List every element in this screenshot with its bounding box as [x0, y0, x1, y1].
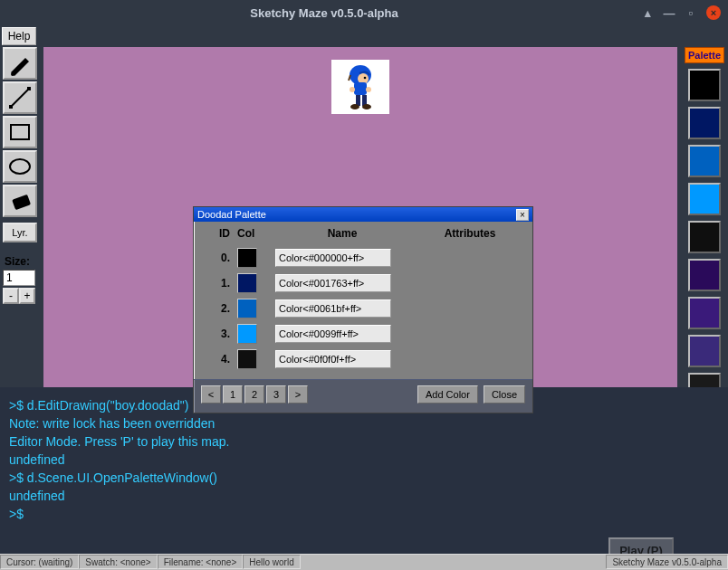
status-swatch: Swatch: <none> — [79, 555, 157, 569]
row-color-swatch[interactable] — [237, 349, 257, 369]
row-name-input[interactable] — [275, 325, 391, 343]
status-bar: Cursor: (waiting) Swatch: <none> Filenam… — [0, 554, 728, 570]
add-color-button[interactable]: Add Color — [417, 385, 478, 404]
dialog-column-headers: ID Col Name Attributes — [201, 227, 525, 245]
palette-row: 3. — [201, 321, 525, 347]
dialog-title-text: Doodad Palette — [197, 209, 516, 220]
row-name-input[interactable] — [275, 350, 391, 368]
maximize-icon[interactable]: ▫ — [685, 6, 697, 19]
col-attr-header: Attributes — [415, 227, 525, 240]
row-id: 4. — [201, 353, 237, 366]
svg-rect-10 — [354, 82, 367, 95]
window-titlebar: Sketchy Maze v0.5.0-alpha ▴ — ▫ × — [0, 0, 728, 25]
row-name-input[interactable] — [275, 274, 391, 292]
palette-swatch-1[interactable] — [688, 107, 721, 139]
svg-point-5 — [10, 159, 30, 174]
row-name-input[interactable] — [275, 249, 391, 267]
palette-row: 2. — [201, 296, 525, 321]
palette-swatch-3[interactable] — [688, 183, 721, 215]
palette-row: 1. — [201, 271, 525, 296]
col-color-header: Col — [237, 227, 270, 240]
svg-point-14 — [362, 104, 371, 109]
row-id: 0. — [201, 252, 237, 264]
pager-1[interactable]: 1 — [223, 385, 243, 404]
palette-swatch-5[interactable] — [688, 259, 721, 291]
row-id: 2. — [201, 302, 237, 315]
window-title: Sketchy Maze v0.5.0-alpha — [7, 6, 641, 20]
palette-swatch-6[interactable] — [688, 297, 721, 329]
svg-point-15 — [350, 87, 355, 92]
palette-swatch-0[interactable] — [688, 69, 721, 101]
dialog-titlebar[interactable]: Doodad Palette × — [194, 207, 532, 222]
svg-line-1 — [11, 89, 29, 107]
row-id: 3. — [201, 328, 237, 340]
eraser-tool[interactable] — [3, 185, 37, 217]
col-name-header: Name — [270, 227, 415, 240]
row-color-swatch[interactable] — [237, 299, 257, 318]
size-plus-button[interactable]: + — [19, 288, 35, 304]
dialog-close-button[interactable]: × — [516, 209, 529, 221]
size-minus-button[interactable]: - — [3, 288, 19, 304]
row-id: 1. — [201, 277, 237, 290]
status-filename: Filename: <none> — [158, 555, 244, 569]
status-hello: Hello world — [243, 555, 300, 569]
palette-swatch-2[interactable] — [688, 145, 721, 177]
minimize-icon[interactable]: — — [663, 6, 675, 19]
palette-row: 4. — [201, 347, 525, 372]
pager-next[interactable]: > — [288, 385, 308, 404]
layers-button[interactable]: Lyr. — [3, 223, 37, 242]
palette-dialog: Doodad Palette × ID Col Name Attributes … — [193, 206, 533, 413]
size-input[interactable] — [3, 270, 35, 286]
col-id-header: ID — [201, 227, 237, 240]
svg-rect-3 — [27, 87, 31, 90]
pager-prev[interactable]: < — [201, 385, 221, 404]
palette-swatch-7[interactable] — [688, 335, 721, 367]
palette-swatch-4[interactable] — [688, 221, 721, 253]
close-dialog-button[interactable]: Close — [484, 385, 525, 404]
close-icon[interactable]: × — [706, 5, 721, 20]
row-color-swatch[interactable] — [237, 248, 257, 268]
toolbox: Lyr. Size: - + — [3, 47, 39, 304]
svg-point-9 — [364, 77, 367, 80]
rectangle-tool[interactable] — [3, 116, 37, 148]
svg-point-16 — [366, 87, 371, 92]
svg-rect-2 — [9, 105, 13, 109]
palette-row: 0. — [201, 245, 525, 271]
row-name-input[interactable] — [275, 299, 391, 318]
pencil-tool[interactable] — [3, 47, 37, 80]
help-menu[interactable]: Help — [2, 27, 36, 45]
row-color-swatch[interactable] — [237, 273, 257, 293]
pager-2[interactable]: 2 — [244, 385, 264, 404]
status-cursor: Cursor: (waiting) — [0, 555, 79, 569]
svg-point-13 — [350, 104, 359, 109]
status-version: Sketchy Maze v0.5.0-alpha — [606, 555, 728, 569]
line-tool[interactable] — [3, 81, 37, 114]
doodad-preview — [331, 60, 389, 114]
pager-3[interactable]: 3 — [266, 385, 286, 404]
row-color-swatch[interactable] — [237, 324, 257, 344]
palette-header: Palette — [685, 47, 724, 63]
svg-point-0 — [11, 72, 14, 76]
svg-rect-6 — [12, 195, 31, 210]
pin-icon[interactable]: ▴ — [641, 6, 654, 19]
ellipse-tool[interactable] — [3, 150, 37, 183]
size-label: Size: — [3, 255, 39, 268]
svg-rect-4 — [11, 125, 29, 139]
